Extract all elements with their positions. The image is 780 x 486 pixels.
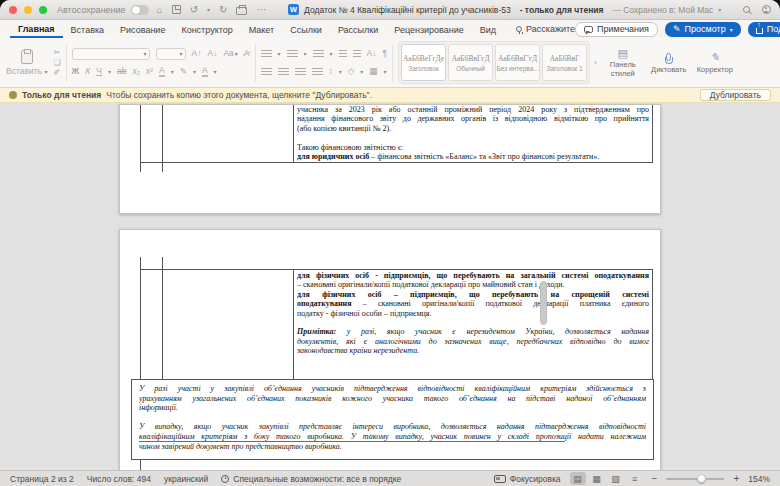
table-border — [293, 269, 294, 379]
doc-line: Такою фінансовою звітністю є: — [297, 143, 649, 152]
shrink-font-button[interactable]: A↓ — [208, 49, 218, 58]
align-right-icon[interactable] — [295, 68, 306, 76]
draft-view-icon[interactable]: ▧ — [608, 472, 624, 485]
style-card-heading[interactable]: АаБбВеГгДе Заголовок — [401, 44, 446, 81]
paste-button[interactable]: Вставить ▾ — [6, 50, 47, 76]
home-icon[interactable]: ⌂ — [157, 4, 163, 15]
account-icon[interactable] — [762, 5, 771, 14]
font-size-select[interactable]: ▾ — [156, 48, 186, 60]
highlight-color-button[interactable]: A — [159, 66, 165, 77]
undo-chevron-icon[interactable]: ▾ — [207, 6, 210, 13]
style-label: Заголовок — [408, 65, 439, 72]
format-painter-icon[interactable]: ✐ — [53, 69, 60, 77]
tab-layout[interactable]: Макет — [241, 22, 282, 37]
justify-icon[interactable] — [312, 68, 323, 76]
subscript-button[interactable]: x₂ — [132, 67, 140, 76]
style-label: Без интерва... — [496, 65, 538, 72]
borders-button[interactable]: ▦ — [369, 67, 377, 76]
zoom-out-button[interactable]: − — [652, 473, 658, 484]
table-border — [140, 459, 141, 470]
style-card-heading1[interactable]: АаБбВвГ Заголовок 1 — [542, 44, 587, 81]
review-label: Просмотр — [685, 24, 726, 34]
undo-icon[interactable]: ↺ — [190, 4, 198, 15]
chevron-down-icon: ▾ — [304, 50, 307, 57]
web-layout-view-icon[interactable]: ▦ — [589, 472, 605, 485]
sort-button[interactable]: А↓ — [367, 49, 377, 58]
tell-me-button[interactable]: Расскажите — [516, 24, 575, 34]
tab-design[interactable]: Конструктор — [173, 22, 240, 37]
line-spacing-button[interactable]: ↕ — [329, 67, 333, 76]
pilcrow-button[interactable]: ¶ — [383, 49, 388, 58]
zoom-slider-thumb[interactable] — [697, 474, 706, 483]
numbered-list-icon[interactable] — [287, 50, 298, 58]
more-commands-icon[interactable]: ··· — [256, 4, 266, 15]
autosave-toggle[interactable] — [131, 5, 149, 15]
print-layout-view-icon[interactable]: ▤ — [570, 472, 586, 485]
accessibility-status[interactable]: Специальные возможности: все в порядке — [221, 474, 401, 484]
language-status[interactable]: украинский — [164, 474, 208, 484]
change-case-button[interactable]: Aa▾ — [223, 49, 237, 58]
zoom-percent[interactable]: 154% — [748, 474, 770, 484]
outline-view-icon[interactable]: ≡ — [627, 472, 643, 485]
multilevel-list-icon[interactable] — [313, 50, 324, 58]
style-card-no-spacing[interactable]: АаБбВвГ'гД Без интерва... — [495, 44, 540, 81]
cut-icon[interactable]: ✂ — [53, 49, 60, 57]
search-icon[interactable] — [743, 6, 750, 13]
word-count-status[interactable]: Число слов: 494 — [87, 474, 151, 484]
review-mode-button[interactable]: ✎ Просмотр ▾ — [665, 22, 741, 37]
scrollbar-thumb[interactable] — [540, 281, 547, 325]
zoom-window-button[interactable] — [39, 6, 47, 14]
chevron-down-icon: ▾ — [108, 68, 111, 75]
dictate-button[interactable]: Диктовать — [646, 51, 692, 75]
bold-button[interactable]: Ж — [72, 67, 80, 76]
copy-icon[interactable]: ❏ — [53, 59, 60, 67]
style-card-normal[interactable]: АаБбВвГгД Обычный — [448, 44, 493, 81]
clear-formatting-button[interactable]: A — [244, 49, 250, 58]
font-color-button[interactable]: A — [202, 66, 208, 77]
decrease-indent-icon[interactable] — [339, 50, 347, 58]
underline-button[interactable]: Ч — [96, 67, 102, 76]
tab-view[interactable]: Вид — [472, 22, 504, 37]
doc-line: для фізичних осіб - підприємців, що пере… — [297, 271, 649, 280]
duplicate-button[interactable]: Дублировать — [700, 89, 771, 101]
font-group: ▾ ▾ A↑ A↓ Aa▾ A Ж К Ч▾ ab x₂ x² A▾ ✎▾ A▾ — [72, 46, 250, 79]
chevron-down-icon: ▾ — [278, 50, 281, 57]
title-chevron-icon[interactable]: ▾ — [718, 6, 721, 13]
ink-pen-button[interactable]: ✎ — [180, 67, 187, 76]
comments-button[interactable]: Примечания — [575, 22, 658, 37]
redo-icon[interactable]: ↻ — [219, 4, 227, 15]
styles-gallery-more-icon[interactable]: › — [594, 58, 597, 67]
tab-review[interactable]: Рецензирование — [386, 22, 472, 37]
saved-location-label[interactable]: — Сохранено в: Мой Mac — [612, 5, 713, 15]
print-icon[interactable] — [236, 7, 247, 15]
increase-indent-icon[interactable] — [353, 50, 361, 58]
align-left-icon[interactable] — [261, 68, 272, 76]
tab-insert[interactable]: Вставка — [63, 22, 112, 37]
superscript-button[interactable]: x² — [146, 67, 153, 76]
zoom-in-button[interactable]: + — [733, 473, 739, 484]
italic-button[interactable]: К — [85, 67, 90, 76]
editor-button[interactable]: ✎ Корректор — [692, 51, 738, 75]
shading-button[interactable]: ◇ — [348, 67, 355, 76]
share-button[interactable]: Поделиться ▾ — [748, 22, 780, 37]
align-center-icon[interactable] — [278, 68, 289, 76]
document-page-1[interactable]: учасника за 2023 рік або останній проміж… — [119, 104, 661, 214]
doc-line: У разі участі у закупівлі об’єднання уча… — [139, 384, 646, 394]
tab-references[interactable]: Ссылки — [282, 22, 330, 37]
font-name-select[interactable]: ▾ — [72, 48, 150, 60]
tab-home[interactable]: Главная — [10, 21, 63, 38]
strikethrough-button[interactable]: ab — [117, 67, 126, 76]
save-icon[interactable] — [172, 5, 181, 14]
zoom-slider[interactable] — [666, 478, 724, 480]
grow-font-button[interactable]: A↑ — [192, 49, 202, 58]
focus-mode-button[interactable]: Фокусировка — [494, 474, 561, 484]
lightbulb-icon — [516, 26, 522, 32]
tab-draw[interactable]: Рисование — [112, 22, 173, 37]
minimize-window-button[interactable] — [24, 6, 32, 14]
tab-mailings[interactable]: Рассылки — [330, 22, 386, 37]
close-window-button[interactable] — [9, 6, 17, 14]
bullet-list-icon[interactable] — [261, 50, 272, 58]
page-number-status[interactable]: Страница 2 из 2 — [10, 474, 74, 484]
styles-pane-button[interactable]: ▤ Панель стилей — [600, 46, 646, 78]
document-page-2[interactable]: для фізичних осіб - підприємців, що пере… — [119, 229, 661, 470]
